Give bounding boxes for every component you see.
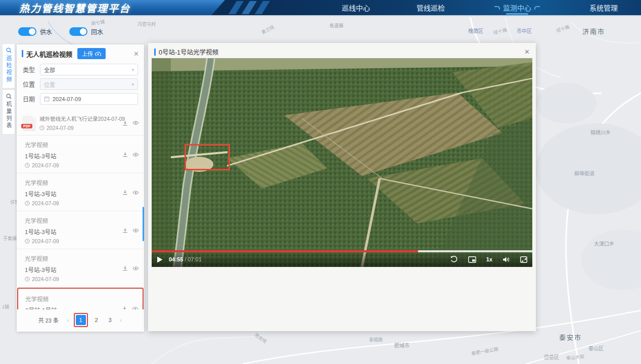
panel-close-icon[interactable]: ✕: [133, 50, 139, 58]
clock-icon: [25, 163, 30, 168]
sidebar-item-label: 巡检视频: [5, 55, 13, 83]
download-icon[interactable]: [122, 265, 128, 271]
app-title: 热力管线智慧管理平台: [19, 1, 130, 15]
clock-icon: [25, 239, 30, 244]
duration: / 07:01: [183, 256, 202, 262]
play-button[interactable]: [157, 256, 163, 263]
video-annotation-box: [185, 144, 230, 170]
video-list-item[interactable]: 光学视频 1号站-3号站 2024-07-09: [17, 249, 144, 287]
current-time: 04:55: [169, 256, 183, 262]
volume-icon[interactable]: [502, 256, 510, 263]
nav-item-system-management[interactable]: 系统管理: [566, 0, 641, 15]
nav-item-patrol-center[interactable]: 巡线中心: [318, 0, 393, 15]
drone-video-panel: 无人机巡检视频 上传 ✕ 类型 全部 ▾ 位置 位置 ▾ 日期: [17, 44, 144, 332]
panel-title: 无人机巡检视频: [26, 49, 72, 59]
map-label: 冯官屯村: [138, 21, 156, 27]
map-label: 焦遥镇: [330, 22, 343, 29]
eye-icon[interactable]: [132, 190, 139, 195]
chevron-down-icon: ▾: [131, 82, 134, 87]
pdf-record-item[interactable]: PDF 城外管线无人机飞行记录2024-07-09 2024-07-09: [17, 111, 144, 135]
map-label: 锦绣川乡: [590, 128, 611, 136]
type-select[interactable]: 全部 ▾: [40, 64, 138, 75]
calendar-icon: [44, 96, 50, 102]
map-label: 槐荫区: [468, 27, 483, 34]
map-label: 泰临路: [369, 336, 383, 343]
clock-icon: [25, 201, 30, 206]
download-icon[interactable]: [122, 152, 128, 157]
pagination-page-1[interactable]: 1: [76, 315, 86, 325]
supply-water-toggle-group: 供水: [18, 27, 52, 36]
return-water-label: 回水: [91, 27, 103, 36]
top-navbar: 热力管线智慧管理平台 巡线中心 管线巡检 监测中心 系统管理: [0, 0, 641, 16]
map-label: 岱岳区: [544, 353, 559, 360]
cloud-upload-icon: [95, 52, 101, 56]
pagination-total: 共 23 条: [38, 316, 59, 324]
eye-icon[interactable]: [132, 120, 139, 126]
map-label: 大津口乡: [594, 240, 614, 247]
video-list-item-selected[interactable]: 光学视频 0号站-1号站 2024-07-09: [17, 288, 144, 309]
return-water-toggle[interactable]: [69, 27, 87, 36]
app-logo: 热力管线智慧管理平台: [0, 0, 225, 15]
video-list-item[interactable]: 光学视频 1号站-3号站 2024-07-09: [17, 173, 144, 211]
pdf-date: 2024-07-09: [47, 125, 74, 131]
download-icon[interactable]: [122, 120, 128, 126]
eye-icon[interactable]: [132, 152, 139, 157]
pdf-file-icon: PDF: [23, 116, 35, 130]
type-filter-label: 类型: [23, 65, 40, 74]
list-scrollbar[interactable]: [143, 207, 144, 241]
eye-icon[interactable]: [132, 228, 139, 233]
date-filter-label: 日期: [23, 95, 40, 103]
map-label: 柳埠街道: [574, 169, 594, 177]
video-list-item[interactable]: 光学视频 1号站-3号站 2024-07-09: [17, 211, 144, 249]
sidebar-item-inspection-video[interactable]: 巡检视频: [2, 43, 15, 88]
annotation-box-page: 1: [74, 313, 88, 327]
video-modal: 0号站-1号站光学视频 ✕: [148, 43, 536, 331]
fullscreen-icon[interactable]: [520, 256, 527, 263]
upload-button[interactable]: 上传: [77, 48, 106, 59]
modal-title: 0号站-1号站光学视频: [159, 47, 218, 57]
nav-active-decoration-right: [534, 6, 540, 10]
eye-icon[interactable]: [132, 265, 139, 271]
player-controls: 04:55 / 07:01 1x: [152, 250, 532, 267]
supply-water-toggle[interactable]: [18, 27, 36, 36]
search-icon: [6, 94, 12, 99]
title-accent-bar: [154, 49, 156, 56]
sidebar-item-nest-list[interactable]: 机巢列表: [2, 89, 15, 134]
date-input[interactable]: 2024-07-09: [40, 93, 138, 105]
eye-icon[interactable]: [132, 306, 139, 309]
modal-close-icon[interactable]: ✕: [524, 48, 530, 56]
map-label: 于集镇: [3, 235, 17, 242]
pagination-prev[interactable]: ‹: [66, 317, 70, 323]
location-filter-label: 位置: [23, 80, 40, 88]
clock-icon: [25, 277, 30, 282]
pagination-next[interactable]: ›: [119, 317, 123, 323]
pagination-page-3[interactable]: 3: [105, 315, 115, 325]
download-icon[interactable]: [122, 306, 127, 309]
replay-icon[interactable]: [450, 256, 458, 263]
nav-item-monitoring-center[interactable]: 监测中心: [468, 0, 566, 15]
search-icon: [6, 48, 12, 53]
title-accent-bar: [22, 50, 23, 57]
return-water-toggle-group: 回水: [69, 27, 103, 36]
map-label: 泰山区: [588, 344, 604, 352]
picture-in-picture-icon[interactable]: [468, 256, 476, 263]
supply-water-label: 供水: [40, 27, 52, 36]
nav-active-underline: [506, 13, 528, 15]
clock-icon: [39, 125, 44, 130]
pdf-title: 城外管线无人机飞行记录2024-07-09: [39, 115, 119, 122]
location-select[interactable]: 位置 ▾: [40, 78, 138, 90]
video-list-item[interactable]: 光学视频 1号站-3号站 2024-07-09: [17, 135, 144, 173]
pagination-page-2[interactable]: 2: [91, 315, 102, 325]
header-stripes-decoration: [228, 1, 284, 14]
playback-speed-button[interactable]: 1x: [486, 256, 492, 262]
chevron-down-icon: ▾: [131, 67, 134, 72]
map-label: 济南市: [582, 26, 605, 36]
video-player[interactable]: 04:55 / 07:01 1x: [152, 58, 532, 267]
download-icon[interactable]: [122, 228, 128, 233]
map-label: 1铺: [2, 303, 9, 310]
sidebar-item-label: 机巢列表: [5, 101, 13, 129]
download-icon[interactable]: [122, 190, 128, 195]
map-label: 泰安市: [559, 332, 582, 342]
nav-item-pipeline-inspection[interactable]: 管线巡检: [393, 0, 468, 15]
map-label: 市中区: [517, 27, 532, 34]
